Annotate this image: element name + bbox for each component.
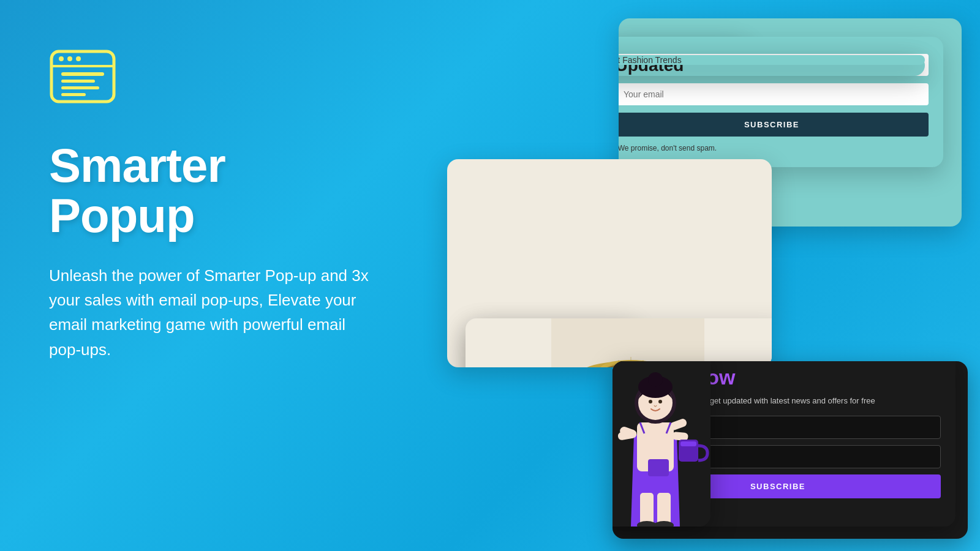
logo-icon <box>49 49 404 124</box>
svg-point-77 <box>648 372 663 387</box>
svg-point-3 <box>67 56 72 61</box>
svg-rect-71 <box>672 432 688 441</box>
card-signup: Signup Now Signup our newsletter and get… <box>612 361 968 539</box>
svg-rect-82 <box>648 459 669 476</box>
svg-rect-6 <box>61 80 95 83</box>
fashion-subscribe-button[interactable]: SUBSCRIBE <box>619 113 929 137</box>
svg-rect-73 <box>680 441 696 446</box>
cards-area: Get Updated with latest Fashion Trends S… <box>429 0 980 551</box>
fashion-form: Get Updated with latest Fashion Trends S… <box>619 37 943 167</box>
main-title: Smarter Popup <box>49 141 404 241</box>
svg-point-78 <box>649 400 652 403</box>
fashion-subtitle: with latest Fashion Trends <box>619 55 925 65</box>
card-relex: RELEX with style SUBSCRIBE <box>447 159 772 367</box>
left-section: Smarter Popup Unleash the power of Smart… <box>49 49 404 362</box>
signup-illustration <box>612 361 710 527</box>
svg-rect-37 <box>551 318 704 367</box>
svg-point-79 <box>658 400 662 403</box>
fashion-spam-note: *We promise, don't send spam. <box>619 144 929 152</box>
svg-rect-8 <box>61 93 86 96</box>
main-description: Unleash the power of Smarter Pop-up and … <box>49 263 380 362</box>
svg-point-4 <box>76 56 81 61</box>
svg-point-2 <box>59 56 64 61</box>
fashion-email-input[interactable] <box>619 83 929 105</box>
svg-rect-7 <box>61 86 99 89</box>
svg-rect-5 <box>61 72 104 76</box>
relex-photo <box>466 318 772 367</box>
